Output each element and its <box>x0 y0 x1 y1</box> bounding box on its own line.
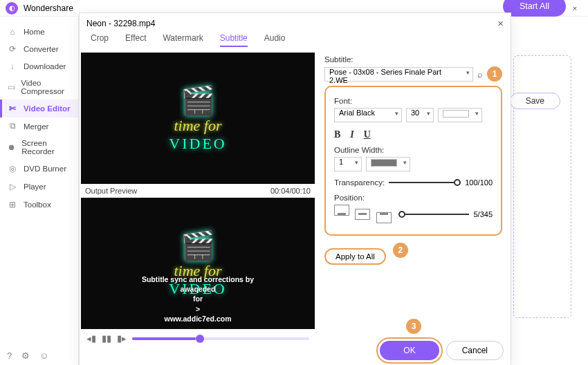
playback-controls: ◂▮ ▮▮ ▮▸ <box>81 329 315 348</box>
position-slider[interactable] <box>398 214 470 215</box>
app-logo-icon: ◐ <box>6 2 18 15</box>
sidebar-item-label: Merger <box>24 122 48 131</box>
sidebar-item-merger[interactable]: ⧉Merger <box>0 118 78 135</box>
position-top-button[interactable] <box>376 212 392 223</box>
settings-icon[interactable]: ⚙ <box>21 350 30 361</box>
position-label: Position: <box>334 194 493 202</box>
user-icon[interactable]: ☺ <box>39 350 48 361</box>
font-color-select[interactable] <box>438 108 482 122</box>
bold-button[interactable]: B <box>334 129 340 140</box>
annotation-marker-3: 3 <box>406 319 421 334</box>
dialog-tabs: Crop Effect Watermark Subtitle Audio <box>80 33 511 53</box>
italic-button[interactable]: I <box>350 129 353 140</box>
neon-text-1: time for <box>169 117 226 135</box>
sidebar-item-label: Screen Recorder <box>21 139 71 156</box>
subtitle-select[interactable]: Pose - 03x08 - Series Finale Part 2.WE <box>324 67 473 82</box>
sidebar-item-converter[interactable]: ⟳Converter <box>0 40 78 58</box>
sidebar-item-label: Video Editor <box>24 104 71 113</box>
position-presets <box>334 205 394 223</box>
output-preview: 🎬 time for VIDEO Subtitle sync and corre… <box>81 198 315 329</box>
sidebar-item-label: Toolbox <box>24 200 51 209</box>
app-title: Wondershare <box>24 3 73 13</box>
output-preview-label: Output Preview <box>85 187 137 195</box>
source-preview: 🎬 time for VIDEO <box>81 53 315 184</box>
sidebar-item-video-editor[interactable]: ✄Video Editor <box>0 100 78 118</box>
position-bottom-button[interactable] <box>334 205 349 216</box>
sidebar-item-downloader[interactable]: ↓Downloader <box>0 58 78 75</box>
annotation-marker-2: 2 <box>393 243 408 258</box>
play-icon: ▷ <box>7 182 18 191</box>
transparency-value: 100/100 <box>465 178 493 187</box>
disc-icon: ◎ <box>7 164 18 174</box>
help-icon[interactable]: ? <box>7 350 12 361</box>
converter-icon: ⟳ <box>7 44 18 54</box>
scissors-icon: ✄ <box>7 104 18 113</box>
outline-label: Outline Width: <box>334 146 493 154</box>
tab-watermark[interactable]: Watermark <box>163 33 203 47</box>
position-value: 5/345 <box>473 210 493 218</box>
save-button[interactable]: Save <box>510 93 560 109</box>
transparency-label: Transparency: <box>334 178 385 187</box>
dialog-title: Neon - 32298.mp4 <box>86 19 155 28</box>
sidebar-item-label: DVD Burner <box>24 165 66 173</box>
start-all-button[interactable]: Start All <box>503 0 566 17</box>
sidebar-item-label: Converter <box>24 45 59 53</box>
sidebar: ⌂Home ⟳Converter ↓Downloader ▭Video Comp… <box>0 17 79 365</box>
grid-icon: ⊞ <box>7 200 18 209</box>
sidebar-item-recorder[interactable]: ⏺Screen Recorder <box>0 135 78 160</box>
underline-button[interactable]: U <box>364 129 371 140</box>
neon-text-2: VIDEO <box>169 135 226 153</box>
subtitle-label: Subtitle: <box>324 55 502 64</box>
clapper-icon: 🎬 <box>169 230 226 262</box>
tab-subtitle[interactable]: Subtitle <box>220 33 248 47</box>
outline-width-select[interactable]: 1 <box>334 157 362 171</box>
dialog-close-button[interactable]: × <box>497 17 504 29</box>
sidebar-item-player[interactable]: ▷Player <box>0 178 78 196</box>
font-size-select[interactable]: 30 <box>406 108 434 122</box>
sidebar-item-label: Video Compressor <box>21 79 71 95</box>
tab-crop[interactable]: Crop <box>91 33 109 47</box>
ok-button[interactable]: OK <box>380 341 439 360</box>
seek-slider[interactable] <box>132 337 309 340</box>
tab-audio[interactable]: Audio <box>264 33 286 47</box>
close-button[interactable]: × <box>567 2 582 15</box>
record-icon: ⏺ <box>7 143 16 151</box>
position-middle-button[interactable] <box>355 209 370 220</box>
annotation-marker-1: 1 <box>487 66 502 82</box>
search-subtitle-icon[interactable]: ⌕ <box>477 69 483 79</box>
font-label: Font: <box>334 97 493 105</box>
sidebar-item-label: Downloader <box>24 62 66 71</box>
home-icon: ⌂ <box>7 28 18 36</box>
pause-button[interactable]: ▮▮ <box>102 333 111 344</box>
tab-effect[interactable]: Effect <box>125 33 146 47</box>
merge-icon: ⧉ <box>7 122 18 131</box>
main: Save Start All Neon - 32298.mp4 × Crop E… <box>79 17 588 365</box>
next-frame-button[interactable]: ▮▸ <box>117 333 127 344</box>
compress-icon: ▭ <box>7 82 15 92</box>
subtitle-overlay: Subtitle sync and corrections by awaqede… <box>81 274 315 324</box>
sidebar-item-compressor[interactable]: ▭Video Compressor <box>0 75 78 100</box>
font-settings-box: Font: Arial Black 30 B I U Outline Width… <box>324 86 502 236</box>
cancel-button[interactable]: Cancel <box>446 341 504 360</box>
timecode: 00:04/00:10 <box>270 187 311 195</box>
download-icon: ↓ <box>7 62 18 71</box>
subtitle-dialog: Neon - 32298.mp4 × Crop Effect Watermark… <box>79 12 511 365</box>
sidebar-item-label: Home <box>24 28 45 36</box>
font-family-select[interactable]: Arial Black <box>334 108 402 122</box>
apply-to-all-button[interactable]: Apply to All <box>324 248 386 265</box>
outline-color-select[interactable] <box>366 157 410 171</box>
sidebar-item-dvd[interactable]: ◎DVD Burner <box>0 160 78 178</box>
transparency-slider[interactable] <box>389 182 461 183</box>
prev-frame-button[interactable]: ◂▮ <box>86 333 96 344</box>
sidebar-item-toolbox[interactable]: ⊞Toolbox <box>0 196 78 214</box>
sidebar-item-label: Player <box>24 182 46 191</box>
sidebar-bottom: ? ⚙ ☺ <box>7 350 49 361</box>
clapper-icon: 🎬 <box>169 84 226 117</box>
sidebar-item-home[interactable]: ⌂Home <box>0 24 78 40</box>
